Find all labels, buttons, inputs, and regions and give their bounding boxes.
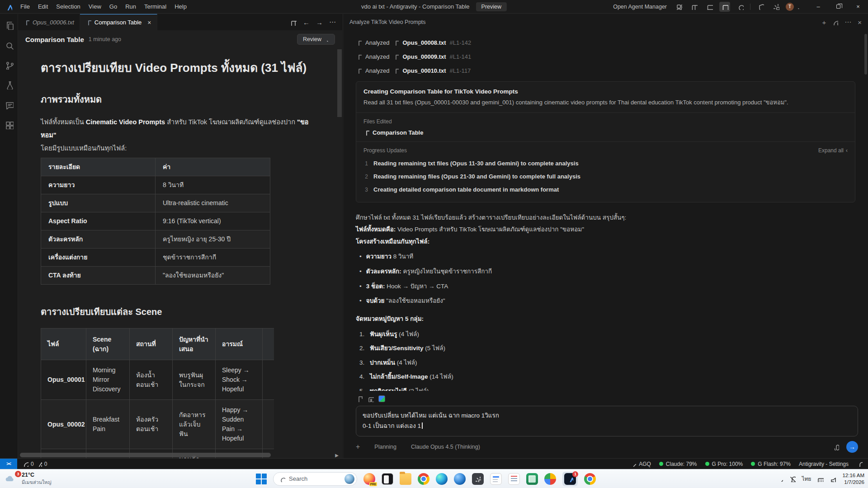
edge-blue-icon[interactable] xyxy=(454,473,466,485)
preview-badge[interactable]: Preview xyxy=(476,2,507,11)
attach-file-icon[interactable] xyxy=(356,395,363,402)
clock[interactable]: 12:16 AM 1/7/2026 xyxy=(842,472,864,486)
gpro-quota[interactable]: G Pro: 100% xyxy=(705,461,743,467)
extensions-icon[interactable] xyxy=(3,119,15,131)
expand-all-button[interactable]: Expand all ‹ xyxy=(818,147,848,154)
bell-icon[interactable] xyxy=(857,461,863,467)
divider xyxy=(356,113,855,113)
photos-app-icon[interactable] xyxy=(544,473,556,485)
history-icon[interactable] xyxy=(832,19,838,25)
menu-run[interactable]: Run xyxy=(121,1,140,12)
edited-file-link[interactable]: Comparison Table xyxy=(363,129,848,136)
menu-terminal[interactable]: Terminal xyxy=(140,1,170,12)
tab-opus-00006[interactable]: Opus_00006.txt xyxy=(18,14,80,30)
tab-comparison-table[interactable]: Comparison Table × xyxy=(80,14,157,30)
panel-scrollbar[interactable] xyxy=(864,34,867,75)
more-options-icon[interactable]: ⋯ xyxy=(844,18,851,26)
menu-file[interactable]: File xyxy=(16,1,34,12)
volume-icon[interactable] xyxy=(830,475,836,482)
start-button[interactable] xyxy=(256,474,267,484)
dark-app-icon[interactable] xyxy=(382,473,393,485)
toggle-bottom-panel-icon[interactable] xyxy=(704,2,715,12)
menu-go[interactable]: Go xyxy=(105,1,121,12)
settings-link[interactable]: Antigravity - Settings xyxy=(799,461,849,467)
chat-icon[interactable] xyxy=(3,99,15,111)
menu-help[interactable]: Help xyxy=(170,1,191,12)
weather-widget[interactable]: 3 21°C มีเมฆส่วนใหญ่ xyxy=(5,472,52,486)
progress-item[interactable]: Reading remaining files (Opus 21-30 and … xyxy=(363,173,848,180)
gflash-quota[interactable]: G Flash: 97% xyxy=(751,461,791,467)
context-source-icon[interactable] xyxy=(378,395,385,402)
settings-app-icon[interactable] xyxy=(472,473,484,485)
menu-view[interactable]: View xyxy=(85,1,105,12)
progress-item[interactable]: Creating detailed comparison table docum… xyxy=(363,186,848,193)
search-placeholder: Search xyxy=(289,475,307,482)
progress-item[interactable]: Reading remaining txt files (Opus 11-30 … xyxy=(363,160,848,167)
bell-off-icon[interactable] xyxy=(789,475,796,482)
add-context-button[interactable]: + xyxy=(356,443,360,451)
spreadsheet-app-icon[interactable] xyxy=(526,473,538,485)
chrome-icon-2[interactable] xyxy=(584,473,596,485)
tab-label: Comparison Table xyxy=(94,19,142,26)
review-button[interactable]: Review xyxy=(297,34,335,45)
restore-button[interactable] xyxy=(828,0,848,14)
file-link[interactable]: Opus_00008.txt xyxy=(402,39,446,46)
menu-edit[interactable]: Edit xyxy=(34,1,52,12)
edge-icon[interactable] xyxy=(436,473,448,485)
scroll-right-arrow-icon[interactable]: ▶ xyxy=(335,453,339,458)
language-indicator[interactable]: ไทย xyxy=(802,474,811,483)
mode-selector[interactable]: Planning xyxy=(367,444,396,450)
close-panel-icon[interactable]: × xyxy=(858,19,862,26)
file-explorer-icon[interactable] xyxy=(400,473,411,485)
new-thread-icon[interactable]: + xyxy=(822,19,826,26)
search-sidebar-icon[interactable] xyxy=(3,39,15,51)
chrome-icon[interactable] xyxy=(418,473,429,485)
analyzed-row[interactable]: Analyzed Opus_00008.txt #L1-142 xyxy=(356,39,855,46)
message-input[interactable]: ขอปรับเปลี่ยน บทได้ไหม แต่เน้น ฉาก miacr… xyxy=(356,406,858,436)
horizontal-scrollbar[interactable] xyxy=(20,453,271,457)
source-control-icon[interactable] xyxy=(3,59,15,71)
menu-selection[interactable]: Selection xyxy=(52,1,84,12)
remote-indicator[interactable]: >< xyxy=(0,459,17,469)
analyzed-row[interactable]: Analyzed Opus_00009.txt #L1-141 xyxy=(356,53,855,60)
more-actions-icon[interactable]: ⋯ xyxy=(329,18,336,26)
microphone-icon[interactable] xyxy=(832,444,839,450)
cell-clipped xyxy=(263,360,274,400)
run-debug-icon[interactable] xyxy=(3,79,15,91)
gear-icon[interactable] xyxy=(770,2,781,12)
send-button[interactable]: → xyxy=(846,441,858,453)
account-menu[interactable]: T xyxy=(786,3,800,11)
toggle-left-panel-icon[interactable] xyxy=(689,2,699,12)
explorer-icon[interactable] xyxy=(3,19,15,31)
minimize-button[interactable]: – xyxy=(808,0,828,14)
taskbar-search[interactable]: Search xyxy=(273,472,357,486)
search-icon[interactable] xyxy=(735,2,745,12)
chevron-up-icon[interactable] xyxy=(778,476,783,482)
warning-count: 0 xyxy=(44,461,47,467)
firefox-nightly-icon[interactable]: PRE xyxy=(363,473,375,485)
claude-quota[interactable]: Claude: 79% xyxy=(659,461,697,467)
open-agent-manager-button[interactable]: Open Agent Manager xyxy=(613,4,667,10)
close-button[interactable]: × xyxy=(848,0,868,14)
search-highlight-image[interactable] xyxy=(344,474,354,484)
file-link[interactable]: Opus_00009.txt xyxy=(402,53,446,60)
toggle-right-panel-icon[interactable] xyxy=(719,2,730,12)
keyboard-icon[interactable] xyxy=(817,475,824,482)
problems-indicator[interactable]: 0 0 xyxy=(23,461,47,467)
white-app-icon[interactable] xyxy=(490,473,502,485)
navigate-forward-icon[interactable]: → xyxy=(316,19,323,26)
antigravity-app-active[interactable]: 1 xyxy=(562,472,578,486)
shield-icon[interactable] xyxy=(755,2,766,12)
document-app-icon[interactable] xyxy=(508,473,520,485)
attach-image-icon[interactable] xyxy=(367,395,374,402)
cell: 9:16 (TikTok vertical) xyxy=(156,212,270,230)
file-link[interactable]: Opus_00010.txt xyxy=(402,67,446,74)
vertical-scrollbar[interactable] xyxy=(337,49,342,117)
layout-grid-icon[interactable] xyxy=(673,2,684,12)
agq-indicator[interactable]: AGQ xyxy=(630,461,651,467)
split-editor-icon[interactable] xyxy=(290,19,297,26)
navigate-back-icon[interactable]: ← xyxy=(303,19,310,26)
close-tab-icon[interactable]: × xyxy=(147,19,151,26)
model-selector[interactable]: Claude Opus 4.5 (Thinking) xyxy=(404,444,480,450)
analyzed-row[interactable]: Analyzed Opus_00010.txt #L1-117 xyxy=(356,67,855,74)
